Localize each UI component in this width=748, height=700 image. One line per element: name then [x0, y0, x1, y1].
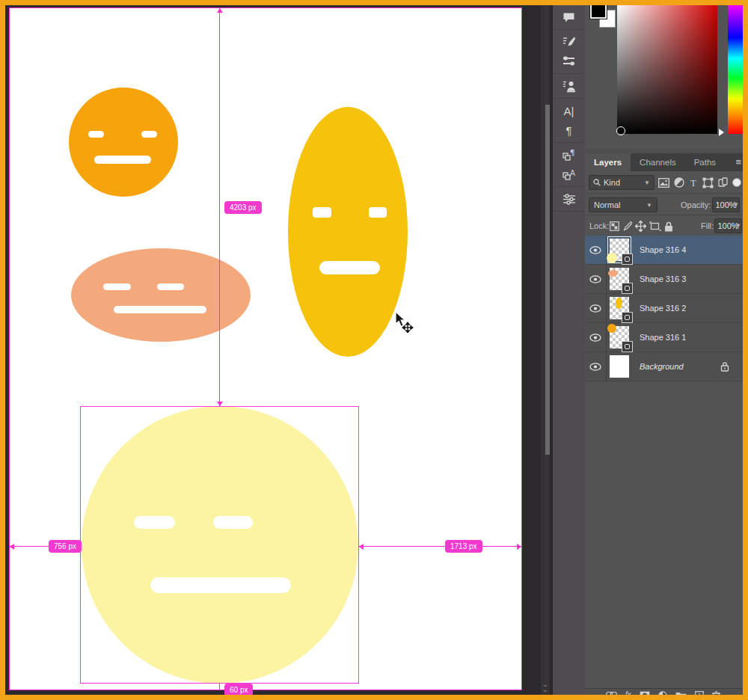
- layers-bottom-bar: fx: [585, 688, 743, 695]
- layer-name: Shape 316 3: [640, 274, 686, 283]
- lock-pixels-icon[interactable]: [622, 221, 632, 231]
- layer-name: Background: [640, 362, 684, 371]
- filter-kind-dropdown[interactable]: Kind ▼: [589, 175, 654, 190]
- visibility-eye-icon[interactable]: [585, 352, 607, 381]
- visibility-eye-icon[interactable]: [585, 265, 607, 294]
- chevron-down-icon: ▼: [644, 179, 650, 186]
- filter-toggle-icon[interactable]: [732, 178, 741, 187]
- hue-slider[interactable]: [728, 5, 743, 134]
- new-layer-icon[interactable]: [695, 691, 704, 695]
- measure-arrow-up: [217, 8, 223, 13]
- layer-row-shape-316-1[interactable]: Shape 316 1: [585, 323, 743, 352]
- color-picker-marker[interactable]: [616, 126, 625, 135]
- measure-badge-right: 1713 px: [445, 540, 482, 553]
- opacity-label: Opacity:: [681, 200, 711, 209]
- lock-transparency-icon[interactable]: [610, 221, 619, 231]
- chevron-down-icon[interactable]: ▼: [733, 201, 739, 208]
- character-panel-icon[interactable]: A|: [553, 101, 585, 120]
- layer-style-fx-icon[interactable]: fx: [625, 691, 631, 695]
- chevron-down-icon: ▼: [646, 202, 652, 209]
- link-layers-icon[interactable]: [606, 691, 617, 695]
- chevron-down-icon[interactable]: ▼: [735, 222, 741, 229]
- brush-settings-panel-icon[interactable]: [553, 32, 585, 52]
- layer-row-shape-316-3[interactable]: Shape 316 3: [585, 265, 743, 294]
- vector-mask-badge-icon: [622, 254, 633, 265]
- layer-row-shape-316-4[interactable]: Shape 316 4: [585, 236, 743, 265]
- filter-shape-layers-icon[interactable]: [702, 177, 714, 188]
- new-adjustment-layer-icon[interactable]: [658, 691, 667, 695]
- layer-name: Shape 316 2: [640, 304, 686, 313]
- layer-row-background[interactable]: Background: [585, 352, 743, 381]
- scrollbar-chevron-icon[interactable]: ⌄⌄: [539, 682, 550, 693]
- face-right-eye: [369, 207, 387, 218]
- visibility-eye-icon[interactable]: [585, 236, 607, 265]
- visibility-eye-icon[interactable]: [585, 323, 607, 352]
- svg-text:T: T: [690, 178, 696, 188]
- face-right-eye: [141, 131, 157, 138]
- lock-label: Lock:: [589, 221, 609, 230]
- paragraph-styles-panel-icon[interactable]: ¶: [553, 145, 585, 165]
- canvas-area[interactable]: 4203 px 756 px 1713 px 60 px: [5, 5, 550, 695]
- blend-mode-select[interactable]: Normal ▼: [589, 197, 657, 212]
- layer-thumbnail[interactable]: [610, 355, 629, 378]
- move-cursor: [393, 310, 414, 333]
- visibility-eye-icon[interactable]: [585, 294, 607, 323]
- comment-panel-icon[interactable]: [553, 7, 585, 27]
- measure-badge-left: 756 px: [49, 540, 82, 553]
- saturation-brightness-field[interactable]: [617, 5, 717, 134]
- layers-panel-tabs: Layers Channels Paths ≡: [585, 153, 743, 171]
- layer-thumbnail[interactable]: [610, 239, 629, 261]
- layer-thumbnail[interactable]: [610, 326, 629, 349]
- gold-ellipse-face[interactable]: [288, 107, 408, 357]
- face-left-eye: [103, 283, 131, 290]
- layer-list: Shape 316 4 Shape 316 3: [585, 236, 743, 381]
- fill-label: Fill:: [701, 221, 714, 230]
- layer-thumbnail[interactable]: [610, 297, 629, 319]
- panel-dock-strip: A| ¶ ¶ A: [551, 5, 585, 695]
- layer-name: Shape 316 4: [640, 245, 686, 254]
- measure-badge-vertical: 4203 px: [224, 201, 262, 214]
- search-icon: [593, 179, 601, 186]
- lock-position-icon[interactable]: [635, 221, 646, 232]
- layer-row-shape-316-2[interactable]: Shape 316 2: [585, 294, 743, 323]
- tab-layers[interactable]: Layers: [585, 153, 631, 171]
- face-right-eye: [157, 283, 184, 290]
- measure-arrow-down: [217, 402, 223, 406]
- foreground-color-swatch[interactable]: [590, 5, 607, 19]
- svg-text:¶: ¶: [570, 149, 574, 157]
- color-panel: [585, 5, 743, 148]
- tool-presets-panel-icon[interactable]: [553, 52, 585, 71]
- filter-pixel-layers-icon[interactable]: [658, 178, 669, 188]
- character-styles-panel-icon[interactable]: A: [553, 165, 585, 184]
- tab-channels[interactable]: Channels: [631, 153, 685, 171]
- salmon-ellipse-face[interactable]: [71, 248, 251, 342]
- face-mouth: [94, 156, 151, 164]
- filter-type-layers-icon[interactable]: T: [689, 178, 699, 188]
- color-field-pointer-icon: [719, 129, 724, 136]
- clone-source-panel-icon[interactable]: [553, 76, 585, 96]
- lock-all-icon[interactable]: [664, 221, 673, 232]
- measure-arrow-left2: [359, 544, 364, 550]
- measure-line-vertical: [219, 8, 220, 406]
- properties-panel-icon[interactable]: [553, 189, 585, 209]
- measure-badge-bottom: 60 px: [224, 684, 253, 695]
- selection-bounding-box[interactable]: [80, 406, 359, 684]
- tab-paths[interactable]: Paths: [685, 153, 725, 171]
- document-canvas[interactable]: 4203 px 756 px 1713 px 60 px: [10, 8, 521, 690]
- lock-artboard-icon[interactable]: [649, 221, 661, 231]
- paragraph-panel-icon[interactable]: ¶: [553, 120, 585, 140]
- panel-menu-icon[interactable]: ≡: [735, 156, 741, 168]
- scrollbar-thumb[interactable]: [545, 105, 550, 455]
- add-layer-mask-icon[interactable]: [640, 691, 650, 695]
- layer-name: Shape 316 1: [640, 333, 686, 342]
- filter-smart-objects-icon[interactable]: [718, 177, 728, 188]
- delete-layer-trash-icon[interactable]: [712, 691, 720, 695]
- orange-circle-face[interactable]: [69, 88, 178, 197]
- filter-adjustment-layers-icon[interactable]: [674, 177, 684, 188]
- measure-line-right: [359, 546, 521, 547]
- canvas-vertical-scrollbar[interactable]: [541, 5, 550, 695]
- new-group-folder-icon[interactable]: [675, 691, 687, 695]
- blend-mode-value: Normal: [594, 200, 620, 209]
- layer-thumbnail[interactable]: [610, 268, 629, 290]
- blend-mode-row: Normal ▼ Opacity: 100% ▼: [585, 194, 743, 215]
